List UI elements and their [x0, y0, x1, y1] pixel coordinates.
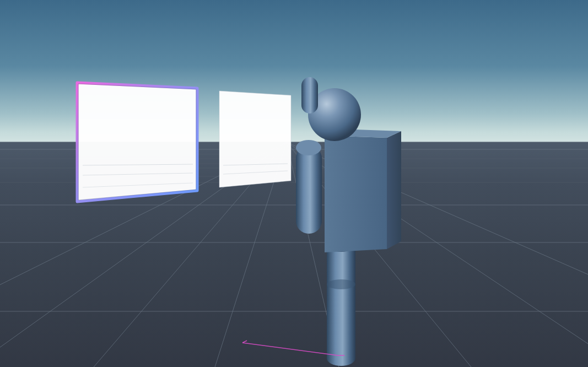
floor-selection-outline	[0, 0, 588, 367]
editor-3d-viewport[interactable]	[0, 0, 588, 367]
